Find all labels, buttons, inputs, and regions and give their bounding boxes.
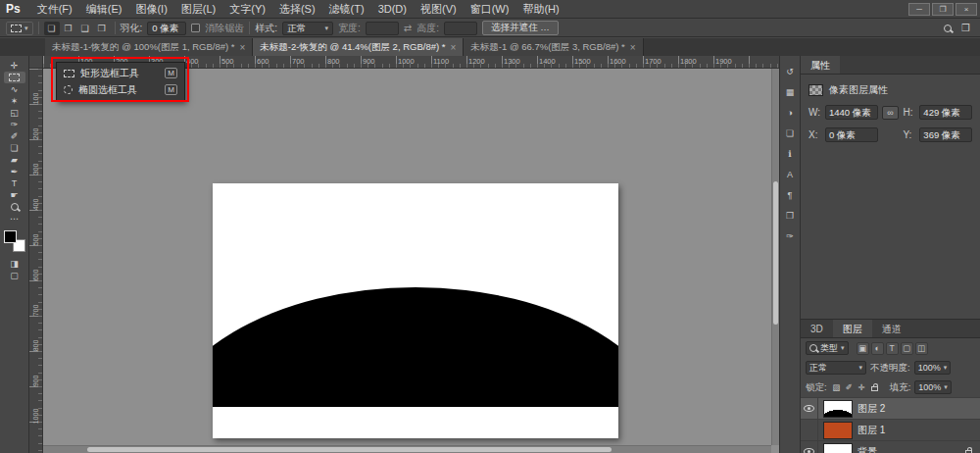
document-tab[interactable]: 未标题-1 @ 66.7%(图层 3, RGB/8#) * × (464, 38, 643, 56)
close-button[interactable]: × (956, 3, 977, 16)
paragraph-panel-icon[interactable]: ¶ (782, 187, 798, 203)
layer-row[interactable]: 图层 1 (801, 420, 980, 441)
tool-preset-button[interactable]: ▾ (6, 22, 33, 35)
close-tab-icon[interactable]: × (240, 42, 246, 53)
fill-select[interactable]: 100% ▾ (914, 380, 952, 394)
horizontal-scrollbar[interactable] (43, 445, 771, 453)
width-input[interactable] (366, 22, 399, 35)
tab-layers[interactable]: 图层 (833, 320, 872, 337)
clone-stamp-tool[interactable]: ❏ (4, 142, 25, 154)
menu-item[interactable]: 编辑(E) (79, 0, 129, 19)
shape-layer-filter-icon[interactable]: ▢ (901, 342, 913, 355)
eyedropper-tool[interactable]: ✑ (4, 119, 25, 130)
antialias-checkbox[interactable] (191, 24, 200, 32)
swap-dimensions-icon[interactable]: ⇄ (404, 23, 412, 33)
swatches-panel-icon[interactable]: ▦ (782, 84, 798, 100)
pen-tool[interactable]: ✒ (4, 166, 25, 177)
type-tool[interactable]: T (4, 177, 25, 189)
brush-tool[interactable]: ✐ (4, 130, 25, 142)
menu-item[interactable]: 文字(Y) (222, 0, 272, 19)
quick-mask-button[interactable]: ◨ (4, 258, 25, 270)
intersect-selection-button[interactable]: ❒ (94, 22, 110, 35)
character-panel-icon[interactable]: A (782, 167, 798, 182)
y-value-field[interactable]: 369 像素 (919, 127, 972, 142)
h-value-field[interactable]: 429 像素 (919, 105, 972, 120)
menu-item[interactable]: 文件(F) (30, 0, 79, 19)
menu-item[interactable]: 图层(L) (174, 0, 222, 19)
link-dimensions-icon[interactable]: ∞ (882, 106, 900, 120)
w-value-field[interactable]: 1440 像素 (825, 105, 878, 120)
pixel-layer-filter-icon[interactable]: ▣ (857, 342, 869, 355)
vertical-scrollbar[interactable] (771, 69, 779, 445)
maximize-button[interactable]: ❐ (932, 3, 954, 16)
info-panel-icon[interactable]: ℹ (782, 146, 798, 162)
document-tab[interactable]: 未标题-1-恢复的 @ 100%(图层 1, RGB/8#) * × (45, 38, 253, 56)
color-swatches[interactable] (4, 230, 25, 252)
adjustment-layer-filter-icon[interactable]: ◐ (871, 342, 884, 355)
layer-row[interactable]: 图层 2 (801, 398, 980, 420)
screen-mode-button[interactable]: ▢ (4, 270, 25, 281)
libraries-panel-icon[interactable]: ❏ (782, 126, 798, 141)
foreground-color-swatch[interactable] (4, 230, 17, 243)
move-tool[interactable]: ✛ (4, 60, 25, 72)
history-panel-icon[interactable]: ↺ (782, 64, 798, 79)
menu-item[interactable]: 图像(I) (128, 0, 173, 19)
document-tab-active[interactable]: 未标题-2-恢复的 @ 41.4%(图层 2, RGB/8#) * × (253, 38, 464, 56)
workspace-icon[interactable]: ❒ (961, 23, 970, 33)
flyout-item-elliptical-marquee[interactable]: 椭圆选框工具 M (57, 81, 184, 98)
smart-object-filter-icon[interactable]: ◫ (915, 342, 928, 355)
lock-all-icon[interactable] (869, 381, 880, 394)
menu-item[interactable]: 滤镜(T) (322, 0, 371, 19)
menu-item[interactable]: 3D(D) (371, 0, 414, 19)
new-selection-button[interactable]: ❏ (44, 22, 60, 35)
lock-position-icon[interactable]: ✛ (857, 381, 867, 394)
menu-item[interactable]: 选择(S) (272, 0, 322, 19)
layer-visibility-toggle[interactable] (801, 441, 818, 453)
layer-visibility-toggle[interactable] (801, 398, 818, 419)
layer-row[interactable]: 背景 (801, 441, 980, 453)
feather-input[interactable]: 0 像素 (147, 22, 186, 35)
select-and-mask-button[interactable]: 选择并遮住 … (482, 21, 559, 35)
ruler-origin-button[interactable] (29, 56, 43, 69)
tab-3d[interactable]: 3D (801, 320, 833, 337)
scrollbar-thumb[interactable] (87, 447, 612, 452)
menu-item[interactable]: 视图(V) (414, 0, 464, 19)
tab-channels[interactable]: 通道 (872, 320, 911, 337)
crop-tool[interactable]: ◱ (4, 107, 25, 119)
blend-mode-select[interactable]: 正常 ▾ (806, 361, 866, 375)
edit-toolbar-button[interactable]: ⋯ (4, 213, 25, 225)
add-to-selection-button[interactable]: ❐ (61, 22, 76, 35)
minimize-button[interactable]: ─ (908, 3, 930, 16)
type-layer-filter-icon[interactable]: T (886, 342, 899, 355)
eraser-tool[interactable]: ▰ (4, 154, 25, 166)
menu-item[interactable]: 帮助(H) (515, 0, 565, 19)
zoom-tool[interactable] (4, 201, 25, 213)
close-tab-icon[interactable]: × (450, 42, 456, 53)
lock-transparent-pixels-icon[interactable]: ▨ (831, 381, 842, 394)
rectangular-marquee-tool[interactable] (4, 72, 25, 83)
opacity-select[interactable]: 100% ▾ (914, 361, 952, 375)
lock-image-pixels-icon[interactable]: ✐ (844, 381, 855, 394)
scrollbar-thumb[interactable] (773, 181, 778, 325)
lasso-tool[interactable]: ∿ (4, 83, 25, 95)
tab-properties[interactable]: 属性 (801, 56, 840, 74)
quick-selection-tool[interactable]: ✶ (4, 95, 25, 107)
style-select[interactable]: 正常 ▾ (282, 22, 333, 35)
clone-source-panel-icon[interactable]: ❐ (782, 208, 798, 224)
brush-settings-panel-icon[interactable]: ✑ (782, 228, 798, 244)
adjustments-panel-icon[interactable]: ◑ (782, 105, 798, 121)
search-icon[interactable] (944, 25, 952, 32)
subtract-from-selection-button[interactable]: ❑ (77, 22, 93, 35)
pasteboard[interactable] (43, 69, 779, 453)
options-right-icons: ❒ (944, 23, 974, 33)
flyout-item-rectangular-marquee[interactable]: 矩形选框工具 M (57, 65, 184, 81)
hand-tool[interactable]: ☛ (4, 189, 25, 201)
x-value-field[interactable]: 0 像素 (825, 127, 878, 142)
height-input[interactable] (444, 22, 477, 35)
vertical-ruler[interactable]: 1002003004005006007008009001000 (29, 69, 43, 453)
menu-item[interactable]: 窗口(W) (464, 0, 516, 19)
layer-filter-select[interactable]: 类型 ▾ (806, 341, 849, 355)
canvas-document[interactable] (213, 183, 618, 438)
close-tab-icon[interactable]: × (630, 42, 636, 53)
layer-visibility-toggle[interactable] (801, 420, 818, 440)
